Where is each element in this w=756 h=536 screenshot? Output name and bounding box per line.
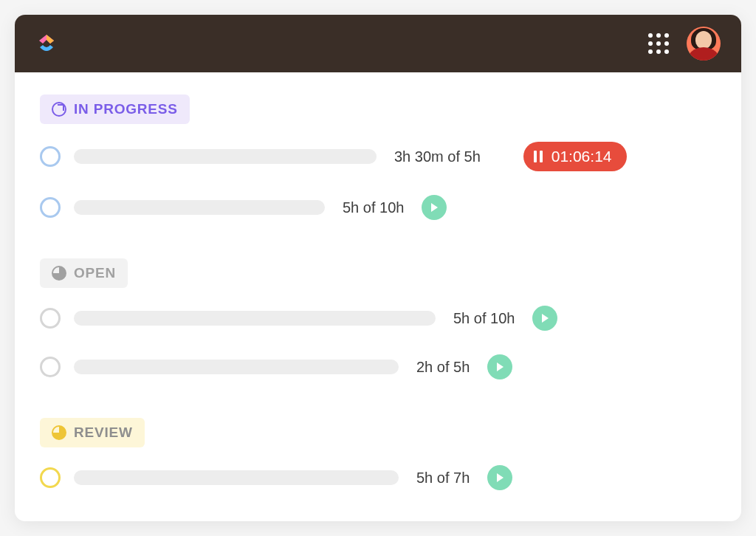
task-list: IN PROGRESS 3h 30m of 5h 01:06:14 5h of … (15, 72, 741, 521)
task-row: 2h of 5h (40, 354, 716, 379)
group-review: REVIEW 5h of 7h (40, 418, 716, 490)
play-icon (429, 202, 439, 213)
task-title-placeholder (74, 200, 325, 215)
task-time-estimate: 5h of 10h (343, 199, 404, 216)
task-status-toggle[interactable] (40, 197, 61, 218)
task-title-placeholder (74, 470, 399, 485)
play-icon (495, 473, 505, 483)
status-label: REVIEW (74, 425, 133, 441)
app-header (15, 15, 741, 72)
task-status-toggle[interactable] (40, 308, 61, 329)
start-timer-button[interactable] (422, 195, 447, 220)
app-window: IN PROGRESS 3h 30m of 5h 01:06:14 5h of … (15, 15, 741, 521)
status-badge-open[interactable]: OPEN (40, 258, 128, 288)
app-logo[interactable] (35, 32, 58, 55)
task-row: 5h of 10h (40, 306, 716, 331)
progress-icon (52, 425, 66, 440)
task-time-estimate: 3h 30m of 5h (394, 148, 481, 165)
timer-running-pill[interactable]: 01:06:14 (523, 142, 627, 171)
task-title-placeholder (74, 311, 436, 326)
task-time-estimate: 2h of 5h (416, 359, 470, 376)
task-time-estimate: 5h of 10h (453, 310, 515, 327)
user-avatar[interactable] (687, 27, 721, 61)
start-timer-button[interactable] (487, 354, 512, 379)
status-badge-in-progress[interactable]: IN PROGRESS (40, 95, 190, 124)
task-status-toggle[interactable] (40, 357, 61, 377)
status-label: IN PROGRESS (74, 101, 178, 117)
group-open: OPEN 5h of 10h 2h of 5h (40, 258, 716, 403)
play-icon (495, 362, 505, 372)
task-status-toggle[interactable] (40, 467, 61, 488)
header-actions (648, 27, 721, 61)
task-row: 5h of 10h (40, 195, 716, 220)
start-timer-button[interactable] (532, 306, 557, 331)
timer-value: 01:06:14 (551, 148, 612, 165)
task-row: 3h 30m of 5h 01:06:14 (40, 142, 716, 171)
task-status-toggle[interactable] (40, 146, 61, 167)
pause-icon (534, 151, 543, 162)
progress-icon (52, 266, 66, 281)
task-row: 5h of 7h (40, 465, 716, 490)
task-time-estimate: 5h of 7h (416, 470, 470, 487)
apps-menu-icon[interactable] (648, 33, 669, 54)
status-badge-review[interactable]: REVIEW (40, 418, 145, 447)
start-timer-button[interactable] (487, 465, 512, 490)
clock-icon (52, 102, 66, 117)
play-icon (540, 313, 550, 323)
status-label: OPEN (74, 265, 116, 281)
task-title-placeholder (74, 149, 377, 164)
task-title-placeholder (74, 360, 399, 374)
group-in-progress: IN PROGRESS 3h 30m of 5h 01:06:14 5h of … (40, 95, 716, 244)
